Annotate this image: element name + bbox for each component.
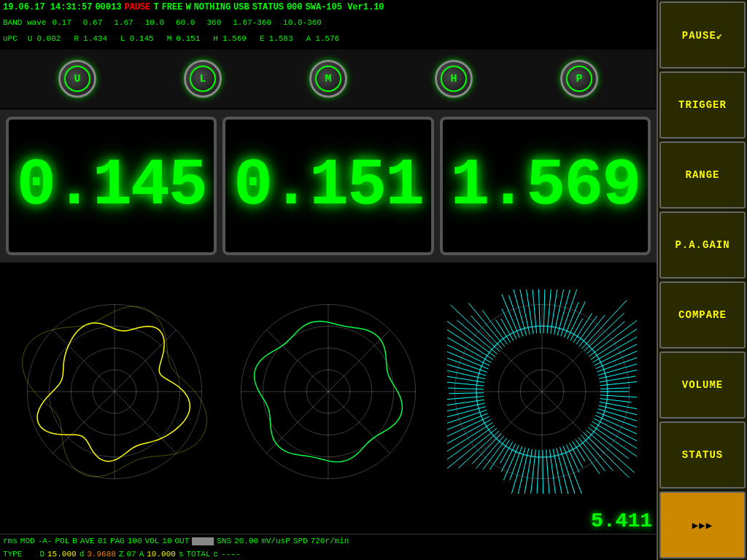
- c-val: ----: [221, 550, 240, 559]
- datetime: 19.06.17 14:31:57: [3, 2, 92, 12]
- type-label: TYPE: [3, 550, 22, 559]
- band-v4: 10.0: [145, 18, 164, 27]
- status-val: 000: [287, 2, 303, 12]
- band-v7: 1.67-360: [233, 18, 271, 27]
- band-v3: 1.67: [114, 18, 133, 27]
- mv-usp-label: mV/usP: [261, 537, 290, 545]
- compare-button[interactable]: COMPARE: [659, 281, 746, 349]
- band-v1: 0.17: [52, 18, 71, 27]
- range-button[interactable]: RANGE: [659, 141, 746, 209]
- pause-button[interactable]: PAUSE↙: [659, 1, 746, 69]
- knob-l-container: L: [184, 60, 222, 98]
- z-val: 07: [126, 550, 136, 559]
- knob-l[interactable]: L: [184, 60, 222, 98]
- knob-u-container: U: [58, 60, 96, 98]
- volume-button[interactable]: VOLUME: [659, 351, 746, 419]
- upc-m-label: M: [167, 34, 172, 43]
- upc-h-label: H: [213, 34, 218, 43]
- pag-val: 100: [128, 537, 142, 545]
- d2-val: 3.9688: [87, 550, 116, 559]
- mod-label: MOD: [20, 537, 35, 545]
- band-v2: 0.67: [83, 18, 102, 27]
- pol-val: B: [72, 537, 77, 545]
- a-val: 10.000: [147, 550, 176, 559]
- z-label: Z: [119, 550, 124, 559]
- radar-section: [0, 264, 657, 519]
- ave-val: 01: [98, 537, 107, 545]
- knob-section: U L M H P: [0, 50, 657, 108]
- pol-label: POL: [55, 537, 69, 545]
- device-id: 00013: [95, 2, 121, 12]
- nothing-label: NOTHING: [194, 2, 231, 12]
- display-value-h: 1.569: [450, 153, 640, 219]
- display-panel-h: 1.569: [440, 117, 651, 255]
- pag-label: PAG: [110, 537, 125, 545]
- bottom-bar: rms MOD -A- POL B AVE 01 PAG 100 VOL 10 …: [0, 534, 657, 560]
- display-section: 0.145 0.151 1.569: [0, 109, 657, 262]
- display-value-m: 0.151: [233, 153, 423, 219]
- spd-val: 720r/min: [311, 537, 349, 545]
- spd-label: SPD: [293, 537, 308, 545]
- bottom-line2: TYPE D 15.000 d 3.9688 Z 07 A 10.000 s T…: [0, 548, 657, 560]
- knob-m-container: M: [309, 60, 347, 98]
- band-row: BAND wave 0.17 0.67 1.67 10.0 60.0 360 1…: [0, 15, 657, 31]
- s-label: s: [179, 550, 184, 559]
- knob-u[interactable]: U: [58, 60, 96, 98]
- display-value-l: 0.145: [17, 153, 206, 219]
- radar-left: [20, 289, 209, 494]
- upc-l-val: 0.145: [130, 34, 154, 43]
- upc-e-val: 1.583: [269, 34, 293, 43]
- d-label: D: [39, 550, 44, 559]
- upc-r-label: R: [74, 34, 79, 43]
- upc-e-label: E: [260, 34, 265, 43]
- right-panel: PAUSE↙ TRIGGER RANGE P.A.GAIN COMPARE VO…: [657, 0, 747, 560]
- vol-val: 10: [162, 537, 171, 545]
- status-label: STATUS: [252, 2, 284, 12]
- upc-a-label: A: [306, 34, 311, 43]
- arrows-button[interactable]: ▶▶▶: [659, 491, 746, 559]
- knob-u-inner: U: [64, 66, 90, 92]
- upc-a-val: 1.576: [315, 34, 339, 43]
- upc-row: uPC U 0.002 R 1.434 L 0.145 M 0.151 H 1.…: [0, 31, 657, 47]
- knob-h[interactable]: H: [435, 60, 473, 98]
- upc-m-val: 0.151: [176, 34, 200, 43]
- band-v5: 60.0: [176, 18, 195, 27]
- ave-label: AVE: [80, 537, 95, 545]
- w-label: W: [185, 2, 190, 12]
- status-button[interactable]: STATUS: [659, 421, 746, 489]
- band-v8: 10.0-360: [283, 18, 322, 27]
- knob-p-inner: P: [566, 66, 592, 92]
- upc-l-label: L: [120, 34, 125, 43]
- a-label: A: [139, 550, 144, 559]
- trigger-button[interactable]: TRIGGER: [659, 71, 746, 139]
- upc-u-label: U: [28, 34, 33, 43]
- upc-r-val: 1.434: [83, 34, 107, 43]
- free-label: FREE: [162, 2, 183, 12]
- pa-gain-button[interactable]: P.A.GAIN: [659, 211, 746, 279]
- knob-l-inner: L: [190, 66, 216, 92]
- usb-label: USB: [233, 2, 249, 12]
- out-box: ▓▓▓▓▓: [192, 537, 214, 545]
- band-v6: 360: [206, 18, 221, 27]
- knob-m[interactable]: M: [309, 60, 347, 98]
- vol-label: VOL: [145, 537, 160, 545]
- d-val: 15.000: [47, 550, 77, 559]
- mod-val: -A-: [38, 537, 53, 545]
- band-label: BAND wave: [3, 18, 46, 27]
- upc-u-val: 0.002: [36, 34, 61, 43]
- c-label: c: [214, 550, 219, 559]
- display-panel-l: 0.145: [6, 117, 217, 255]
- upc-h-val: 1.569: [222, 34, 247, 43]
- version: SWA-105 Ver1.10: [306, 2, 384, 12]
- knob-h-container: H: [435, 60, 473, 98]
- rms-label: rms: [3, 537, 18, 545]
- total-label: TOTAL: [186, 550, 210, 559]
- radar-center: [233, 289, 423, 494]
- knob-m-inner: M: [315, 66, 341, 92]
- radar-right: [447, 289, 637, 494]
- sns-val: 20.00: [234, 537, 258, 545]
- bottom-line1: rms MOD -A- POL B AVE 01 PAG 100 VOL 10 …: [0, 534, 657, 548]
- knob-p[interactable]: P: [560, 60, 598, 98]
- display-panel-m: 0.151: [222, 117, 433, 255]
- d-unit: d: [80, 550, 85, 559]
